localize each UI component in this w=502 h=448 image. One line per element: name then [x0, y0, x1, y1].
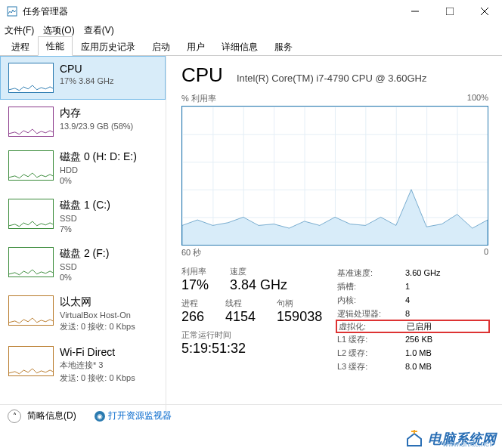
sidebar[interactable]: CPU17% 3.84 GHz内存13.9/23.9 GB (58%)磁盘 0 … — [0, 56, 166, 412]
spec-key: L1 缓存: — [337, 334, 405, 345]
menu-view[interactable]: 查看(V) — [84, 24, 114, 37]
close-icon — [481, 8, 488, 15]
y-axis-max: 100% — [467, 93, 488, 104]
sidebar-item-4[interactable]: 磁盘 2 (F:)SSD0% — [0, 240, 166, 289]
spec-key: L3 缓存: — [337, 361, 405, 372]
watermark-url: www.dnxtc.net — [443, 440, 491, 448]
cpu-chart[interactable] — [181, 106, 488, 246]
proc-value: 266 — [181, 309, 204, 325]
spec-row: L1 缓存:256 KB — [337, 332, 488, 346]
sidebar-item-1[interactable]: 内存13.9/23.9 GB (58%) — [0, 100, 166, 144]
thread-value: 4154 — [225, 309, 256, 325]
spec-row: L3 缓存:8.0 MB — [337, 360, 488, 373]
main-area: CPU17% 3.84 GHz内存13.9/23.9 GB (58%)磁盘 0 … — [0, 56, 502, 412]
tab-服务[interactable]: 服务 — [266, 37, 301, 56]
sidebar-thumb — [8, 150, 54, 181]
open-resource-monitor-link[interactable]: ◉ 打开资源监视器 — [95, 409, 172, 422]
sidebar-item-sub2: 0% — [60, 176, 137, 185]
spec-row: 插槽:1 — [337, 280, 488, 293]
sidebar-item-0[interactable]: CPU17% 3.84 GHz — [0, 56, 166, 100]
watermark-logo-icon — [405, 430, 423, 448]
minimize-button[interactable] — [398, 0, 432, 23]
thread-label: 线程 — [225, 298, 256, 309]
spec-value: 256 KB — [405, 335, 432, 344]
menu-options[interactable]: 选项(O) — [43, 24, 74, 37]
sidebar-item-name: CPU — [60, 63, 114, 75]
spec-row: 内核:4 — [337, 293, 488, 307]
maximize-button[interactable] — [432, 0, 467, 23]
handle-label: 句柄 — [277, 298, 322, 309]
spec-value: 8.0 MB — [405, 362, 432, 371]
sidebar-item-name: 内存 — [60, 107, 133, 120]
x-axis-right: 0 — [484, 247, 488, 258]
sidebar-item-name: 以太网 — [60, 295, 135, 309]
menu-file[interactable]: 文件(F) — [5, 24, 34, 37]
sidebar-thumb — [8, 107, 54, 137]
x-axis-left: 60 秒 — [181, 247, 201, 258]
y-axis-label: % 利用率 — [181, 93, 216, 104]
sidebar-item-sub: VirtualBox Host-On — [60, 311, 135, 320]
sidebar-item-name: 磁盘 0 (H: D: E:) — [60, 150, 137, 164]
proc-label: 进程 — [181, 298, 204, 309]
tab-用户[interactable]: 用户 — [178, 37, 213, 56]
watermark: 电脑系统网 www.dnxtc.net — [405, 430, 496, 448]
sidebar-item-2[interactable]: 磁盘 0 (H: D: E:)HDD0% — [0, 144, 166, 192]
uptime-value: 5:19:51:32 — [181, 341, 337, 357]
sidebar-thumb — [8, 199, 54, 229]
sidebar-item-sub2: 0% — [60, 273, 109, 282]
sidebar-item-6[interactable]: Wi-Fi Direct本地连接* 3发送: 0 接收: 0 Kbps — [0, 339, 166, 391]
spec-key: 内核: — [337, 295, 405, 306]
minimize-icon — [411, 8, 419, 15]
chart-line — [182, 107, 488, 245]
speed-value: 3.84 GHz — [230, 277, 287, 293]
spec-row: 逻辑处理器:8 — [337, 307, 488, 320]
maximize-icon — [446, 8, 454, 15]
handle-value: 159038 — [277, 309, 322, 325]
sidebar-item-sub2: 发送: 0 接收: 0 Kbps — [60, 372, 135, 384]
spec-key: 虚拟化: — [339, 321, 407, 332]
spec-value: 1 — [405, 282, 410, 291]
fewer-details-icon[interactable]: ˄ — [8, 409, 21, 423]
spec-row: 虚拟化:已启用 — [336, 320, 490, 333]
tab-性能[interactable]: 性能 — [38, 36, 73, 56]
spec-value: 1.0 MB — [405, 348, 432, 357]
util-label: 利用率 — [181, 266, 209, 277]
sidebar-item-5[interactable]: 以太网VirtualBox Host-On发送: 0 接收: 0 Kbps — [0, 289, 166, 339]
app-icon — [6, 5, 18, 17]
sidebar-item-sub2: 7% — [60, 224, 110, 233]
spec-value: 8 — [405, 309, 410, 318]
spec-key: 基准速度: — [337, 267, 405, 279]
spec-key: 插槽: — [337, 281, 405, 292]
sidebar-item-sub: SSD — [60, 214, 110, 223]
spec-key: 逻辑处理器: — [337, 308, 405, 320]
sidebar-item-3[interactable]: 磁盘 1 (C:)SSD7% — [0, 192, 166, 240]
svg-rect-2 — [446, 8, 454, 15]
specs-table: 基准速度:3.60 GHz插槽:1内核:4逻辑处理器:8虚拟化:已启用L1 缓存… — [337, 266, 488, 373]
sidebar-item-sub: 本地连接* 3 — [60, 360, 135, 371]
tab-bar: 进程性能应用历史记录启动用户详细信息服务 — [0, 38, 502, 56]
detail-panel: CPU Intel(R) Core(TM) i7-4790 CPU @ 3.60… — [166, 56, 502, 412]
close-button[interactable] — [467, 0, 502, 23]
tab-启动[interactable]: 启动 — [144, 37, 178, 56]
sidebar-item-sub2: 发送: 0 接收: 0 Kbps — [60, 321, 135, 332]
sidebar-item-sub: SSD — [60, 262, 109, 271]
spec-key: L2 缓存: — [337, 348, 405, 359]
uptime-label: 正常运行时间 — [181, 329, 337, 341]
bottom-bar: ˄ 简略信息(D) ◉ 打开资源监视器 — [0, 404, 502, 427]
speed-label: 速度 — [230, 266, 287, 277]
spec-value: 4 — [405, 295, 410, 304]
window-title: 任务管理器 — [23, 5, 68, 18]
tab-应用历史记录[interactable]: 应用历史记录 — [73, 37, 144, 56]
window-controls — [398, 0, 502, 23]
tab-详细信息[interactable]: 详细信息 — [213, 37, 266, 56]
sidebar-item-sub: 17% 3.84 GHz — [60, 76, 114, 85]
spec-row: L2 缓存:1.0 MB — [337, 346, 488, 360]
tab-进程[interactable]: 进程 — [3, 37, 38, 56]
sidebar-thumb — [8, 295, 54, 326]
util-value: 17% — [181, 277, 209, 293]
fewer-details-label[interactable]: 简略信息(D) — [27, 409, 76, 422]
spec-value: 3.60 GHz — [405, 268, 440, 277]
sidebar-item-name: Wi-Fi Direct — [60, 346, 135, 358]
sidebar-thumb — [8, 63, 54, 93]
sidebar-item-sub: HDD — [60, 165, 137, 175]
